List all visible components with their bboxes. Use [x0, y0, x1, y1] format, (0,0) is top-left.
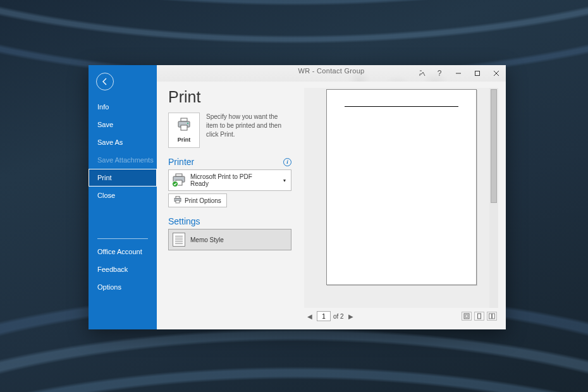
sidebar-item-info[interactable]: Info [89, 98, 157, 116]
svg-rect-19 [493, 314, 495, 319]
arrow-left-icon [101, 77, 109, 86]
scrollbar-thumb[interactable] [491, 89, 497, 203]
svg-rect-17 [478, 314, 481, 319]
sidebar-item-feedback[interactable]: Feedback [89, 260, 157, 278]
page-title: Print [168, 88, 291, 106]
next-page-button[interactable]: ▶ [346, 313, 355, 320]
preview-scrollbar[interactable] [489, 88, 498, 308]
maximize-button[interactable] [468, 65, 487, 82]
coming-soon-icon[interactable] [415, 65, 430, 82]
svg-rect-16 [465, 315, 468, 317]
printer-info-icon[interactable]: i [283, 158, 291, 166]
printer-status: Ready [190, 180, 283, 188]
printer-section-title: Printer [168, 157, 194, 167]
memo-style-icon [173, 233, 185, 247]
printer-ready-icon [171, 173, 187, 187]
zoom-controls [462, 312, 497, 321]
content-area: WR - Contact Group ? [157, 65, 506, 329]
svg-rect-14 [176, 200, 180, 203]
sidebar-nav: Info Save Save As Save Attachments Print… [89, 98, 157, 204]
page-total-label: of 2 [333, 313, 344, 320]
actual-size-button[interactable] [462, 312, 472, 321]
print-options-button[interactable]: Print Options [168, 193, 227, 207]
print-options-icon [174, 196, 181, 205]
printer-selector[interactable]: Microsoft Print to PDF Ready ▾ [168, 169, 291, 191]
one-page-button[interactable] [474, 312, 484, 321]
content-body: Print Print [157, 82, 506, 329]
backstage-sidebar: Info Save Save As Save Attachments Print… [89, 65, 157, 329]
preview-page [326, 89, 477, 285]
preview-footer: ◀ of 2 ▶ [304, 308, 498, 323]
sidebar-item-print[interactable]: Print [89, 169, 157, 187]
sidebar-item-options[interactable]: Options [89, 278, 157, 296]
print-options-label: Print Options [185, 197, 221, 204]
page-number-input[interactable] [317, 311, 331, 321]
print-settings-panel: Print Print [168, 88, 291, 323]
svg-rect-1 [475, 71, 480, 76]
chevron-down-icon: ▾ [283, 178, 288, 183]
outlook-backstage-window: Info Save Save As Save Attachments Print… [89, 65, 506, 329]
help-button[interactable]: ? [430, 65, 449, 82]
sidebar-item-saveas[interactable]: Save As [89, 133, 157, 151]
sidebar-item-save-attachments: Save Attachments [89, 151, 157, 169]
print-preview-area: ◀ of 2 ▶ [304, 88, 498, 323]
sidebar-item-office-account[interactable]: Office Account [89, 243, 157, 260]
sidebar-item-close[interactable]: Close [89, 187, 157, 204]
svg-rect-15 [464, 314, 469, 319]
preview-header-rule [345, 106, 458, 107]
preview-viewport [304, 88, 498, 308]
svg-rect-18 [489, 314, 492, 319]
back-button[interactable] [96, 73, 114, 90]
window-title: WR - Contact Group [298, 67, 364, 75]
sidebar-divider [97, 238, 148, 239]
print-button[interactable]: Print [168, 113, 200, 148]
svg-point-7 [187, 123, 188, 124]
svg-rect-12 [176, 197, 180, 199]
svg-rect-4 [181, 118, 187, 121]
print-help-text: Specify how you want the item to be prin… [206, 113, 291, 148]
print-button-label: Print [178, 137, 191, 143]
prev-page-button[interactable]: ◀ [305, 313, 314, 320]
printer-icon [176, 118, 192, 134]
print-style-selector[interactable]: Memo Style [168, 229, 291, 250]
sidebar-item-save[interactable]: Save [89, 116, 157, 133]
print-style-label: Memo Style [190, 236, 224, 243]
printer-name: Microsoft Print to PDF [190, 173, 283, 181]
multi-page-button[interactable] [487, 312, 497, 321]
desktop-wallpaper: Info Save Save As Save Attachments Print… [0, 0, 588, 392]
svg-rect-8 [176, 174, 182, 176]
title-bar: WR - Contact Group ? [157, 65, 506, 82]
page-navigator: ◀ of 2 ▶ [305, 311, 355, 321]
sidebar-bottom-group: Office Account Feedback Options [89, 230, 157, 296]
svg-rect-6 [181, 125, 187, 130]
settings-section-title: Settings [168, 216, 200, 226]
minimize-button[interactable] [449, 65, 468, 82]
close-button[interactable] [487, 65, 506, 82]
